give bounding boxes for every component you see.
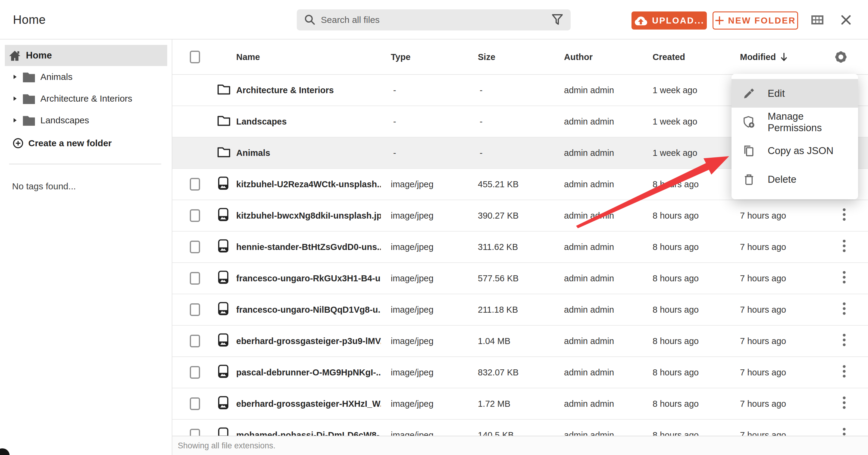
cell-created: 8 hours ago [653, 368, 699, 377]
row-checkbox[interactable] [190, 303, 200, 316]
cell-created: 8 hours ago [653, 274, 699, 283]
image-file-icon [218, 208, 228, 221]
cell-name: eberhard-grossgasteiger-p3u9-lMV... [236, 336, 381, 346]
cell-name: kitzbuhel-bwcxNg8dkiI-unsplash.jpg [236, 211, 381, 221]
column-header-size[interactable]: Size [478, 52, 495, 62]
folder-icon [22, 115, 36, 126]
row-checkbox[interactable] [190, 240, 200, 253]
cell-name: hennie-stander-BtHtZsGvdD0-uns... [236, 242, 381, 252]
row-actions-kebab-icon[interactable] [842, 208, 846, 224]
image-file-icon [218, 177, 228, 190]
sidebar-folder-item[interactable]: Landscapes [0, 110, 172, 131]
row-actions-kebab-icon[interactable] [842, 271, 846, 286]
cell-name: francesco-ungaro-RkGUx3H1-B4-u... [236, 274, 381, 283]
table-row-file[interactable]: eberhard-grossgasteiger-p3u9-lMV... imag… [172, 325, 868, 357]
cell-type: - [393, 117, 396, 126]
create-new-folder-button[interactable]: Create a new folder [0, 133, 172, 153]
no-tags-message: No tags found... [12, 181, 76, 192]
search-bar[interactable] [297, 9, 570, 30]
image-file-icon [218, 365, 228, 378]
table-settings-button[interactable] [834, 50, 848, 64]
cell-author: admin admin [564, 85, 614, 95]
upload-button-label: UPLOAD... [652, 16, 704, 26]
row-checkbox[interactable] [190, 335, 200, 347]
plus-icon [715, 16, 724, 25]
sidebar-folder-item[interactable]: Animals [0, 66, 172, 88]
row-actions-kebab-icon[interactable] [842, 365, 846, 380]
column-header-name[interactable]: Name [236, 52, 260, 62]
cell-size: 832.07 KB [478, 368, 519, 377]
cell-name: Architecture & Interiors [236, 85, 334, 95]
cell-author: admin admin [564, 148, 614, 158]
cell-created: 8 hours ago [653, 305, 699, 315]
sidebar-folder-label: Landscapes [40, 115, 89, 125]
new-folder-button-label: NEW FOLDER [728, 16, 796, 26]
row-checkbox[interactable] [190, 178, 200, 191]
cell-name: eberhard-grossgasteiger-HXHzI_W... [236, 399, 381, 409]
filter-funnel-icon[interactable] [551, 13, 563, 26]
row-checkbox[interactable] [190, 209, 200, 222]
column-header-author[interactable]: Author [564, 52, 593, 62]
cell-created: 1 week ago [653, 117, 697, 126]
table-row-file[interactable]: kitzbuhel-bwcxNg8dkiI-unsplash.jpg image… [172, 200, 868, 232]
upload-button[interactable]: UPLOAD... [631, 11, 707, 30]
cell-created: 8 hours ago [653, 211, 699, 221]
sidebar-home-label: Home [26, 50, 52, 61]
cell-name: kitzbuhel-U2Reza4WCtk-unsplash.... [236, 179, 381, 189]
folder-icon [22, 93, 36, 104]
gear-icon [834, 50, 848, 64]
context-menu-item-manage-permissions[interactable]: Manage Permissions [732, 108, 858, 136]
context-menu-item-edit[interactable]: Edit [732, 79, 858, 108]
expand-caret-icon[interactable] [13, 75, 17, 79]
status-text: Showing all file extensions. [178, 441, 275, 451]
cell-modified: 7 hours ago [740, 399, 786, 409]
sidebar-folder-item[interactable]: Architecture & Interiors [0, 88, 172, 110]
expand-caret-icon[interactable] [13, 96, 17, 101]
row-actions-kebab-icon[interactable] [842, 333, 846, 349]
column-header-created[interactable]: Created [653, 52, 685, 62]
select-all-checkbox[interactable] [190, 51, 200, 63]
search-input[interactable] [321, 15, 551, 25]
table-row-file[interactable]: pascal-debrunner-O-MG9HpNKgI-... image/j… [172, 357, 868, 388]
sidebar-folder-label: Animals [40, 72, 72, 82]
row-actions-kebab-icon[interactable] [842, 302, 846, 318]
cell-size: 390.27 KB [478, 211, 519, 221]
expand-caret-icon[interactable] [13, 118, 17, 123]
cell-size: 455.21 KB [478, 179, 519, 189]
close-button[interactable] [841, 0, 851, 39]
cloud-upload-icon [634, 16, 648, 26]
table-row-file[interactable]: eberhard-grossgasteiger-HXHzI_W... image… [172, 388, 868, 420]
cell-author: admin admin [564, 117, 614, 126]
table-row-file[interactable]: hennie-stander-BtHtZsGvdD0-uns... image/… [172, 232, 868, 263]
new-folder-button[interactable]: NEW FOLDER [713, 11, 798, 30]
cell-modified: 7 hours ago [740, 274, 786, 283]
sidebar: Home Animals Architecture & Interiors La… [0, 39, 172, 455]
copy-icon [743, 145, 755, 157]
row-actions-kebab-icon[interactable] [842, 239, 846, 255]
row-checkbox[interactable] [190, 272, 200, 285]
context-menu-item-delete[interactable]: Delete [732, 165, 858, 194]
cell-author: admin admin [564, 179, 614, 189]
image-file-icon [218, 271, 228, 284]
image-file-icon [218, 239, 228, 253]
row-checkbox[interactable] [190, 397, 200, 410]
cell-type: image/jpeg [391, 305, 434, 315]
column-header-type[interactable]: Type [391, 52, 411, 62]
cell-size: - [479, 117, 483, 126]
table-row-file[interactable]: francesco-ungaro-NilBQqD1Vg8-u... image/… [172, 294, 868, 325]
cell-created: 8 hours ago [653, 336, 699, 346]
media-manager-window: Home UPLOAD... NEW FOLDER Home [0, 0, 868, 455]
corner-widget-fragment [0, 448, 10, 455]
row-checkbox[interactable] [190, 366, 200, 379]
sidebar-item-home[interactable]: Home [5, 45, 167, 66]
context-menu-item-copy-as-json[interactable]: Copy as JSON [732, 136, 858, 165]
sidebar-folder-label: Architecture & Interiors [40, 93, 132, 104]
cell-type: - [393, 148, 396, 158]
cell-created: 1 week ago [653, 148, 697, 158]
column-header-modified[interactable]: Modified [740, 52, 788, 62]
context-menu: Edit Manage Permissions Copy as JSON Del… [732, 74, 858, 199]
table-row-file[interactable]: francesco-ungaro-RkGUx3H1-B4-u... image/… [172, 263, 868, 294]
grid-view-button[interactable] [811, 0, 824, 39]
image-file-icon [218, 302, 228, 315]
row-actions-kebab-icon[interactable] [842, 396, 846, 412]
